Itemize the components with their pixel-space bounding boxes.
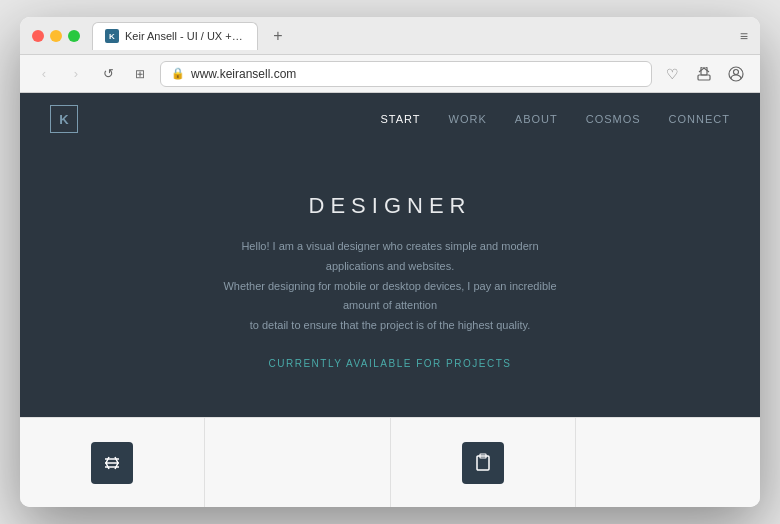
nav-item-cosmos[interactable]: COSMOS <box>586 113 641 125</box>
site-logo: K <box>50 105 78 133</box>
bottom-cell-2 <box>205 418 390 507</box>
bottom-icon-2[interactable] <box>462 442 504 484</box>
tab-bar: K Keir Ansell - UI / UX + Web... + <box>92 22 740 50</box>
grid-button[interactable]: ⊞ <box>128 62 152 86</box>
nav-right-icons: ♡ <box>660 62 748 86</box>
bottom-icon-1[interactable] <box>91 442 133 484</box>
svg-point-3 <box>734 69 739 74</box>
maximize-button[interactable] <box>68 30 80 42</box>
tab-favicon: K <box>105 29 119 43</box>
url-text: www.keiransell.com <box>191 67 296 81</box>
hero-title: DESIGNER <box>309 193 472 219</box>
share-icon[interactable] <box>692 62 716 86</box>
website-content: K START WORK ABOUT COSMOS CONNECT DESIGN… <box>20 93 760 507</box>
browser-nav-bar: ‹ › ↺ ⊞ 🔒 www.keiransell.com ♡ <box>20 55 760 93</box>
lock-icon: 🔒 <box>171 67 185 80</box>
hero-cta-link[interactable]: CURRENTLY AVAILABLE FOR PROJECTS <box>269 358 512 369</box>
bottom-cell-4 <box>576 418 760 507</box>
nav-item-about[interactable]: ABOUT <box>515 113 558 125</box>
active-tab[interactable]: K Keir Ansell - UI / UX + Web... <box>92 22 258 50</box>
hero-section: DESIGNER Hello! I am a visual designer w… <box>20 145 760 417</box>
bottom-strip <box>20 417 760 507</box>
new-tab-button[interactable]: + <box>266 24 290 48</box>
hero-description: Hello! I am a visual designer who create… <box>220 237 560 336</box>
menu-icon[interactable]: ≡ <box>740 28 748 44</box>
nav-item-connect[interactable]: CONNECT <box>669 113 730 125</box>
site-header: K START WORK ABOUT COSMOS CONNECT <box>20 93 760 145</box>
bottom-cell-1 <box>20 418 205 507</box>
title-bar: K Keir Ansell - UI / UX + Web... + ≡ <box>20 17 760 55</box>
minimize-button[interactable] <box>50 30 62 42</box>
bottom-cell-3 <box>391 418 576 507</box>
tab-title: Keir Ansell - UI / UX + Web... <box>125 30 245 42</box>
nav-item-work[interactable]: WORK <box>449 113 487 125</box>
reload-button[interactable]: ↺ <box>96 62 120 86</box>
nav-item-start[interactable]: START <box>381 113 421 125</box>
site-navigation: START WORK ABOUT COSMOS CONNECT <box>381 113 730 125</box>
svg-rect-1 <box>698 75 710 80</box>
browser-window: K Keir Ansell - UI / UX + Web... + ≡ ‹ ›… <box>20 17 760 507</box>
close-button[interactable] <box>32 30 44 42</box>
traffic-lights <box>32 30 80 42</box>
heart-icon[interactable]: ♡ <box>660 62 684 86</box>
back-button[interactable]: ‹ <box>32 62 56 86</box>
address-bar[interactable]: 🔒 www.keiransell.com <box>160 61 652 87</box>
profile-icon[interactable] <box>724 62 748 86</box>
forward-button[interactable]: › <box>64 62 88 86</box>
